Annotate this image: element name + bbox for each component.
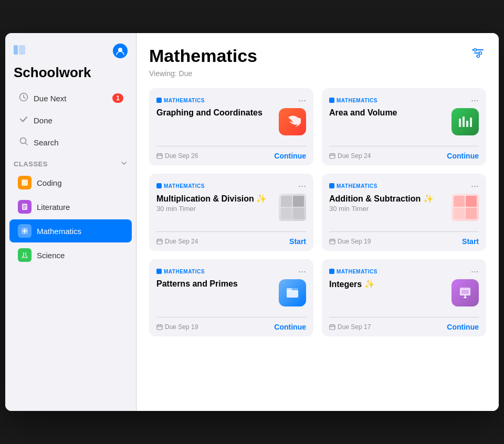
card-due-date: Due Sep 19 — [329, 238, 371, 245]
card-header: Mathematics ··· — [329, 267, 479, 276]
card-class-label: Mathematics — [329, 183, 377, 189]
sidebar-item-science[interactable]: Science — [9, 244, 132, 267]
svg-rect-21 — [470, 118, 472, 127]
assignment-card-multiplication[interactable]: Mathematics ··· Multiplication & Divisio… — [149, 174, 313, 251]
card-more-button[interactable]: ··· — [298, 96, 306, 105]
nav-due-next[interactable]: Due Next 1 — [9, 88, 132, 109]
sidebar-toggle-icon[interactable] — [14, 45, 25, 57]
card-title: Integers ✨ — [329, 279, 446, 289]
files-app-icon — [279, 279, 306, 306]
card-more-button[interactable]: ··· — [471, 267, 479, 276]
svg-rect-17 — [157, 154, 162, 158]
calendar-icon — [329, 324, 335, 330]
card-more-button[interactable]: ··· — [298, 181, 306, 191]
thumbnail-cell — [454, 196, 465, 207]
sidebar-header — [5, 44, 136, 62]
card-subtitle: 30 min Timer — [329, 205, 446, 213]
search-icon — [18, 136, 29, 148]
card-continue-button[interactable]: Continue — [274, 323, 306, 331]
card-start-button[interactable]: Start — [462, 237, 479, 246]
card-more-button[interactable]: ··· — [471, 96, 479, 105]
svg-point-15 — [479, 52, 482, 55]
card-class-label: Mathematics — [329, 98, 377, 103]
card-title: Area and Volume — [329, 108, 446, 118]
science-label: Science — [37, 251, 65, 260]
card-footer: Due Sep 17 Continue — [329, 317, 479, 336]
card-continue-button[interactable]: Continue — [447, 152, 479, 160]
sidebar-item-mathematics[interactable]: Mathematics — [9, 219, 132, 242]
checkmark-icon — [18, 114, 29, 126]
calendar-icon — [156, 324, 163, 330]
card-footer: Due Sep 24 Start — [156, 231, 306, 251]
svg-rect-9 — [23, 205, 26, 206]
literature-label: Literature — [37, 203, 70, 212]
nav-search[interactable]: Search — [9, 132, 132, 153]
svg-rect-28 — [157, 325, 162, 330]
clock-icon — [18, 92, 29, 104]
card-title-area: Addition & Subtraction ✨ 30 min Timer — [329, 194, 446, 213]
user-avatar[interactable] — [113, 44, 128, 58]
classes-section-title: Classes — [14, 160, 48, 168]
card-header: Mathematics ··· — [156, 96, 306, 105]
card-title: Graphing and Coordinates — [156, 108, 274, 118]
assignments-grid: Mathematics ··· Graphing and Coordinates — [149, 88, 486, 336]
class-color-dot — [329, 183, 334, 188]
card-more-button[interactable]: ··· — [471, 181, 479, 191]
classes-section-header: Classes — [5, 153, 136, 171]
card-body: Area and Volume — [329, 108, 479, 140]
assignment-card-integers[interactable]: Mathematics ··· Integers ✨ — [322, 259, 486, 336]
card-title-area: Area and Volume — [329, 108, 446, 119]
card-title: Multiplication & Division ✨ — [156, 194, 274, 204]
thumbnail-cell — [293, 208, 304, 219]
nav-done[interactable]: Done — [9, 110, 132, 131]
card-thumbnail — [279, 194, 306, 221]
card-thumbnail — [452, 194, 479, 221]
card-continue-button[interactable]: Continue — [274, 152, 306, 160]
mathematics-label: Mathematics — [37, 227, 81, 236]
svg-point-16 — [477, 55, 480, 58]
class-color-dot — [329, 98, 334, 103]
app-title: Schoolwork — [5, 62, 136, 87]
card-due-date: Due Sep 19 — [156, 323, 198, 331]
svg-rect-18 — [459, 119, 461, 127]
thumbnail-cell — [454, 208, 465, 219]
card-start-button[interactable]: Start — [289, 237, 306, 246]
card-due-date: Due Sep 26 — [156, 152, 198, 160]
card-class-label: Mathematics — [156, 269, 205, 274]
card-class-label: Mathematics — [329, 269, 377, 274]
svg-rect-7 — [23, 183, 25, 184]
svg-rect-1 — [19, 45, 25, 55]
filter-icon[interactable] — [469, 46, 486, 63]
class-color-dot — [156, 269, 162, 274]
svg-rect-32 — [330, 325, 335, 330]
svg-rect-0 — [14, 45, 18, 55]
card-body: Multiplication & Division ✨ 30 min Timer — [156, 194, 306, 225]
card-due-date: Due Sep 24 — [156, 238, 198, 245]
card-title-area: Patterns and Primes — [156, 279, 274, 290]
assignment-card-area-volume[interactable]: Mathematics ··· Area and Volume — [322, 88, 486, 165]
svg-point-13 — [24, 256, 25, 257]
mathematics-class-icon — [18, 224, 32, 238]
card-title-area: Integers ✨ — [329, 279, 446, 290]
svg-rect-10 — [23, 207, 26, 207]
card-title-area: Multiplication & Division ✨ 30 min Timer — [156, 194, 274, 213]
sidebar-item-coding[interactable]: Coding — [9, 171, 132, 194]
svg-rect-20 — [466, 121, 468, 127]
chevron-down-icon[interactable] — [120, 160, 128, 168]
card-due-date: Due Sep 17 — [329, 323, 371, 331]
sidebar-item-literature[interactable]: Literature — [9, 195, 132, 218]
card-due-date: Due Sep 24 — [329, 152, 371, 160]
coding-class-icon — [18, 176, 32, 189]
svg-point-4 — [20, 138, 26, 144]
svg-rect-19 — [463, 117, 465, 127]
due-next-badge: 1 — [112, 93, 123, 103]
card-more-button[interactable]: ··· — [298, 267, 306, 276]
card-footer: Due Sep 19 Continue — [156, 317, 306, 336]
class-color-dot — [156, 98, 162, 103]
card-continue-button[interactable]: Continue — [447, 323, 479, 331]
assignment-card-addition[interactable]: Mathematics ··· Addition & Subtraction ✨… — [322, 174, 486, 251]
assignment-card-patterns[interactable]: Mathematics ··· Patterns and Primes — [149, 259, 313, 336]
class-color-dot — [156, 183, 162, 188]
assignment-card-graphing[interactable]: Mathematics ··· Graphing and Coordinates — [149, 88, 313, 165]
card-title-area: Graphing and Coordinates — [156, 108, 274, 119]
